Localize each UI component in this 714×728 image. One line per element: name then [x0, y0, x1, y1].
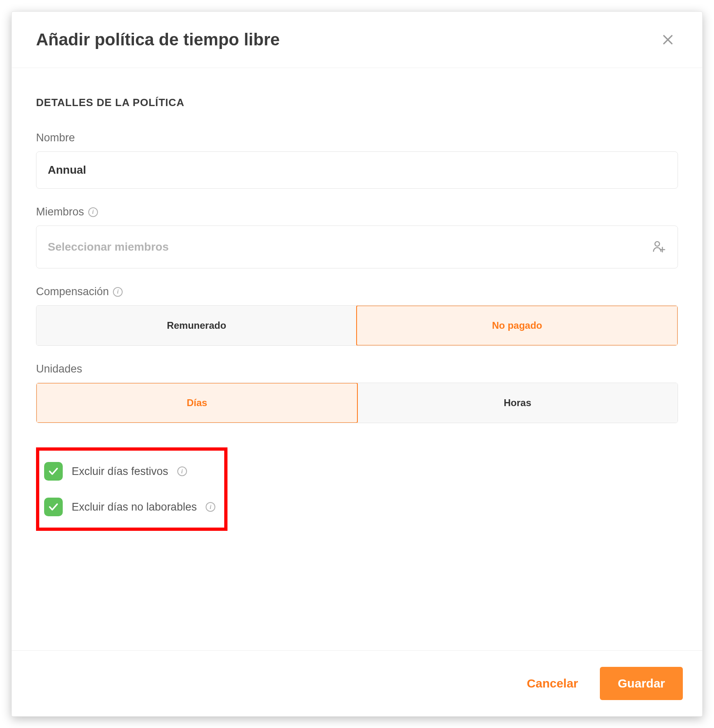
exclude-holidays-row: Excluir días festivos i — [44, 458, 215, 485]
check-icon — [48, 466, 59, 477]
field-label-row: Miembros i — [36, 206, 678, 218]
field-members: Miembros i Seleccionar miembros — [36, 206, 678, 268]
members-placeholder: Seleccionar miembros — [48, 241, 169, 253]
dialog-title: Añadir política de tiempo libre — [36, 30, 280, 49]
field-name: Nombre — [36, 132, 678, 189]
exclude-nonworking-label: Excluir días no laborables — [72, 501, 197, 513]
members-select-wrap: Seleccionar miembros — [36, 226, 678, 268]
compensation-paid-option[interactable]: Remunerado — [36, 306, 357, 345]
section-heading: DETALLES DE LA POLÍTICA — [36, 96, 678, 109]
info-icon[interactable]: i — [177, 466, 187, 476]
save-button[interactable]: Guardar — [600, 667, 683, 700]
dialog-body: DETALLES DE LA POLÍTICA Nombre Miembros … — [12, 68, 702, 650]
field-compensation: Compensación i Remunerado No pagado — [36, 285, 678, 346]
close-icon — [661, 33, 675, 47]
info-icon[interactable]: i — [206, 502, 215, 512]
svg-point-2 — [655, 242, 659, 246]
field-label-row: Compensación i — [36, 285, 678, 298]
close-button[interactable] — [658, 30, 678, 50]
info-icon[interactable]: i — [113, 287, 123, 297]
add-policy-dialog: Añadir política de tiempo libre DETALLES… — [11, 11, 703, 717]
units-days-option[interactable]: Días — [36, 383, 358, 423]
name-label: Nombre — [36, 132, 75, 144]
compensation-unpaid-option[interactable]: No pagado — [356, 305, 678, 346]
info-icon[interactable]: i — [88, 207, 98, 217]
field-units: Unidades Días Horas — [36, 363, 678, 423]
cancel-button[interactable]: Cancelar — [519, 673, 586, 694]
exclude-nonworking-checkbox[interactable] — [44, 498, 63, 516]
name-input[interactable] — [36, 151, 678, 189]
exclude-holidays-checkbox[interactable] — [44, 462, 63, 481]
field-label-row: Unidades — [36, 363, 678, 375]
units-label: Unidades — [36, 363, 82, 375]
compensation-label: Compensación — [36, 285, 109, 298]
dialog-header: Añadir política de tiempo libre — [12, 12, 702, 68]
exclude-holidays-label: Excluir días festivos — [72, 465, 168, 478]
check-icon — [48, 501, 59, 513]
highlight-box: Excluir días festivos i Excluir días no … — [36, 447, 227, 531]
add-user-icon[interactable] — [652, 239, 666, 255]
members-select[interactable]: Seleccionar miembros — [36, 226, 678, 268]
units-toggle: Días Horas — [36, 383, 678, 423]
compensation-toggle: Remunerado No pagado — [36, 305, 678, 346]
dialog-footer: Cancelar Guardar — [12, 650, 702, 716]
members-label: Miembros — [36, 206, 84, 218]
units-hours-option[interactable]: Horas — [357, 383, 678, 423]
exclude-nonworking-row: Excluir días no laborables i — [44, 494, 215, 520]
field-label-row: Nombre — [36, 132, 678, 144]
